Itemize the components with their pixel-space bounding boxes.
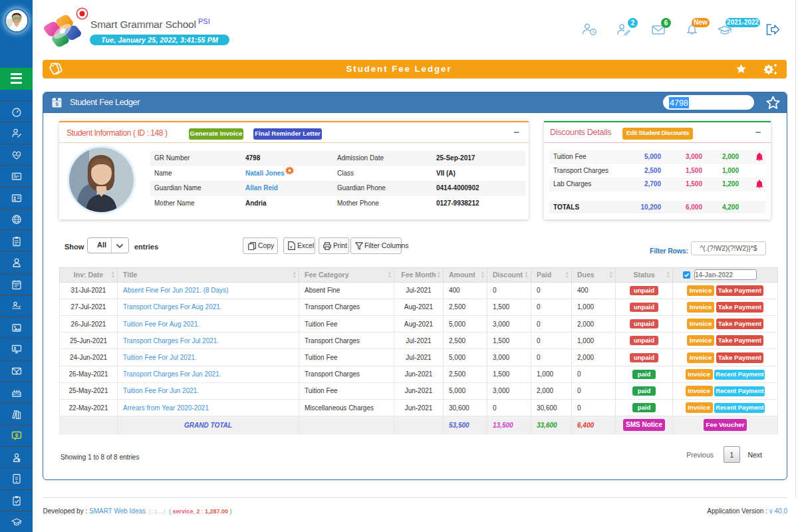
svg-text:x: x xyxy=(290,245,293,249)
svg-text:$: $ xyxy=(15,432,18,438)
